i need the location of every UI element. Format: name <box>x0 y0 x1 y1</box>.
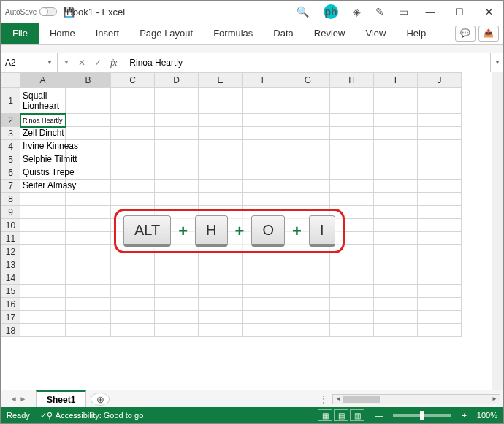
cell-J12[interactable] <box>418 245 462 258</box>
cell-C6[interactable] <box>111 166 155 180</box>
cell-F6[interactable] <box>243 166 286 180</box>
cell-I6[interactable] <box>374 166 418 180</box>
cell-A14[interactable] <box>20 271 66 285</box>
cell-D18[interactable] <box>155 324 199 337</box>
close-button[interactable]: ✕ <box>474 1 503 23</box>
cell-E6[interactable] <box>199 166 243 180</box>
cell-C3[interactable] <box>111 127 155 140</box>
cell-J7[interactable] <box>418 180 462 193</box>
cell-B2[interactable] <box>66 114 111 127</box>
col-header-F[interactable]: F <box>243 73 286 88</box>
row-header-5[interactable]: 5 <box>1 153 20 166</box>
row-header-11[interactable]: 11 <box>1 232 20 245</box>
tab-view[interactable]: View <box>355 23 396 44</box>
cell-I8[interactable] <box>374 193 418 206</box>
cell-G16[interactable] <box>286 298 330 311</box>
cell-A17[interactable] <box>20 311 66 324</box>
cell-B12[interactable] <box>66 245 111 258</box>
wand-icon[interactable]: ✎ <box>375 6 384 18</box>
cell-I14[interactable] <box>374 271 418 285</box>
cell-C7[interactable] <box>111 180 155 193</box>
comments-button[interactable]: 💬 <box>455 26 476 42</box>
cell-H3[interactable] <box>330 127 374 140</box>
share-button[interactable]: 📤 <box>478 26 499 42</box>
row-header-13[interactable]: 13 <box>1 258 20 271</box>
cell-A13[interactable] <box>20 258 66 271</box>
col-header-C[interactable]: C <box>111 73 155 88</box>
cell-D13[interactable] <box>155 258 199 271</box>
cell-A16[interactable] <box>20 298 66 311</box>
cell-D6[interactable] <box>155 166 199 180</box>
account-badge[interactable]: ph <box>324 4 338 19</box>
cell-I13[interactable] <box>374 258 418 271</box>
cell-C15[interactable] <box>111 285 155 298</box>
col-header-J[interactable]: J <box>418 73 462 88</box>
cell-G18[interactable] <box>286 324 330 337</box>
row-header-9[interactable]: 9 <box>1 206 20 219</box>
cell-A2[interactable]: Rinoa Heartly <box>20 114 66 127</box>
row-header-10[interactable]: 10 <box>1 219 20 232</box>
cell-H1[interactable] <box>330 88 374 114</box>
cell-H4[interactable] <box>330 140 374 153</box>
cell-G7[interactable] <box>286 180 330 193</box>
cell-E17[interactable] <box>199 311 243 324</box>
cell-A6[interactable]: Quistis Trepe <box>20 166 66 180</box>
sheet-tab-active[interactable]: Sheet1 <box>36 390 86 407</box>
dropdown-icon[interactable]: ▼ <box>64 59 69 66</box>
cell-F18[interactable] <box>243 324 286 337</box>
cell-D16[interactable] <box>155 298 199 311</box>
cell-I2[interactable] <box>374 114 418 127</box>
cell-J17[interactable] <box>418 311 462 324</box>
page-break-button[interactable]: ▥ <box>350 409 364 421</box>
cell-A11[interactable] <box>20 232 66 245</box>
cell-I10[interactable] <box>374 219 418 232</box>
cell-D14[interactable] <box>155 271 199 285</box>
cell-E4[interactable] <box>199 140 243 153</box>
cell-D17[interactable] <box>155 311 199 324</box>
cell-A1[interactable]: Squall Lionheart <box>20 88 66 114</box>
cell-I9[interactable] <box>374 206 418 219</box>
cell-F17[interactable] <box>243 311 286 324</box>
cell-J4[interactable] <box>418 140 462 153</box>
cell-A12[interactable] <box>20 245 66 258</box>
cell-C1[interactable] <box>111 88 155 114</box>
row-header-8[interactable]: 8 <box>1 193 20 206</box>
cell-H15[interactable] <box>330 285 374 298</box>
new-sheet-button[interactable]: ⊕ <box>91 393 110 406</box>
cell-J13[interactable] <box>418 258 462 271</box>
cell-A9[interactable] <box>20 206 66 219</box>
maximize-button[interactable]: ☐ <box>445 1 474 23</box>
chevron-down-icon[interactable]: ▼ <box>47 59 53 66</box>
cell-C16[interactable] <box>111 298 155 311</box>
expand-formula-icon[interactable]: ▾ <box>490 53 503 72</box>
row-header-4[interactable]: 4 <box>1 140 20 153</box>
cell-B10[interactable] <box>66 219 111 232</box>
row-header-1[interactable]: 1 <box>1 88 20 114</box>
cell-A10[interactable] <box>20 219 66 232</box>
cell-I5[interactable] <box>374 153 418 166</box>
cell-G6[interactable] <box>286 166 330 180</box>
search-icon[interactable]: 🔍 <box>297 6 309 18</box>
horizontal-scrollbar[interactable] <box>332 394 500 404</box>
cell-B1[interactable] <box>66 88 111 114</box>
cell-J18[interactable] <box>418 324 462 337</box>
select-all-corner[interactable] <box>1 73 20 88</box>
cell-B17[interactable] <box>66 311 111 324</box>
col-header-B[interactable]: B <box>66 73 111 88</box>
cell-G8[interactable] <box>286 193 330 206</box>
tab-insert[interactable]: Insert <box>85 23 130 44</box>
cell-B16[interactable] <box>66 298 111 311</box>
cell-H6[interactable] <box>330 166 374 180</box>
cell-E8[interactable] <box>199 193 243 206</box>
row-header-15[interactable]: 15 <box>1 285 20 298</box>
cell-C17[interactable] <box>111 311 155 324</box>
cell-C8[interactable] <box>111 193 155 206</box>
fx-icon[interactable]: fx <box>110 57 117 69</box>
cell-H16[interactable] <box>330 298 374 311</box>
row-header-6[interactable]: 6 <box>1 166 20 180</box>
cell-C13[interactable] <box>111 258 155 271</box>
cell-D3[interactable] <box>155 127 199 140</box>
cell-B4[interactable] <box>66 140 111 153</box>
minimize-button[interactable]: — <box>416 1 445 23</box>
tab-review[interactable]: Review <box>304 23 356 44</box>
